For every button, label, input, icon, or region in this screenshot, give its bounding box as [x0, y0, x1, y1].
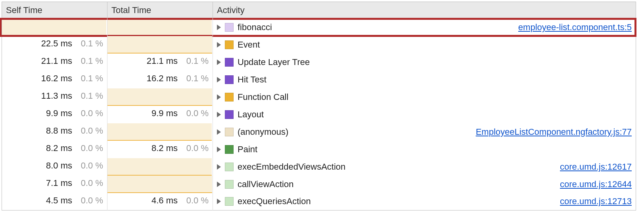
- activity-cell: Update Layer Tree: [213, 54, 636, 71]
- total-time-cell: 4.6 ms0.0 %: [107, 193, 213, 211]
- table-row[interactable]: 11.3 ms0.1 %20765.9 ms99.6 %Function Cal…: [2, 88, 636, 106]
- activity-cell: Function Call: [213, 88, 636, 106]
- activity-cell: execQueriesActioncore.umd.js:12713: [213, 193, 636, 211]
- disclosure-triangle-icon[interactable]: [217, 77, 221, 82]
- total-time-value: 20728.7 ms: [132, 161, 178, 171]
- category-swatch-icon: [225, 128, 234, 136]
- disclosure-triangle-icon[interactable]: [217, 42, 221, 48]
- source-link[interactable]: employee-list.component.ts:5: [518, 22, 632, 33]
- self-time-value: 8.8 ms: [46, 126, 72, 136]
- total-time-value: 20742.4 ms: [132, 178, 178, 188]
- disclosure-triangle-icon[interactable]: [217, 164, 221, 170]
- category-swatch-icon: [225, 40, 234, 49]
- activity-cell: fibonacciemployee-list.component.ts:5: [213, 19, 636, 36]
- total-time-percent: 99.6 %: [181, 91, 209, 101]
- total-time-percent: 99.3 %: [181, 126, 209, 136]
- disclosure-triangle-icon[interactable]: [217, 182, 221, 187]
- self-time-percent: 0.0 %: [75, 143, 103, 153]
- disclosure-triangle-icon[interactable]: [217, 94, 221, 100]
- total-time-cell: 20728.7 ms99.4 %: [107, 158, 213, 176]
- disclosure-triangle-icon[interactable]: [217, 129, 221, 135]
- total-time-percent: 99.5 %: [181, 178, 209, 188]
- col-total-time[interactable]: Total Time: [107, 2, 213, 19]
- total-time-percent: 0.1 %: [181, 73, 209, 84]
- source-link[interactable]: core.umd.js:12644: [560, 179, 632, 189]
- activity-label: execQueriesAction: [238, 196, 311, 207]
- col-activity[interactable]: Activity: [213, 2, 636, 19]
- self-time-cell: 8.2 ms0.0 %: [2, 141, 107, 158]
- total-time-value: 20765.9 ms: [132, 91, 178, 101]
- total-time-percent: 0.0 %: [181, 108, 209, 119]
- category-swatch-icon: [225, 180, 234, 189]
- table-row[interactable]: 9.9 ms0.0 %9.9 ms0.0 %Layout: [2, 106, 636, 123]
- total-time-value: 20797.2 ms: [132, 38, 178, 49]
- self-time-value: 8.0 ms: [46, 161, 72, 171]
- self-time-percent: 99.2 %: [75, 21, 103, 31]
- total-time-percent: 0.1 %: [181, 56, 209, 66]
- table-row[interactable]: 8.8 ms0.0 %20696.4 ms99.3 %(anonymous)Em…: [2, 123, 636, 141]
- table-row[interactable]: 22.5 ms0.1 %20797.2 ms99.8 %Event: [2, 36, 636, 54]
- self-time-cell: 20671.2 ms99.2 %: [2, 19, 107, 36]
- activity-label: Hit Test: [238, 75, 266, 85]
- source-link[interactable]: core.umd.js:12617: [560, 162, 632, 172]
- table-row[interactable]: 4.5 ms0.0 %4.6 ms0.0 %execQueriesActionc…: [2, 193, 636, 211]
- category-swatch-icon: [225, 110, 234, 119]
- category-swatch-icon: [225, 197, 234, 206]
- activity-cell: Event: [213, 36, 636, 54]
- source-link[interactable]: core.umd.js:12713: [560, 196, 632, 207]
- total-time-percent: 0.0 %: [181, 143, 209, 153]
- activity-cell: Hit Test: [213, 71, 636, 88]
- disclosure-triangle-icon[interactable]: [217, 25, 221, 30]
- category-swatch-icon: [225, 93, 234, 101]
- table-header-row: Self Time Total Time Activity: [2, 2, 636, 19]
- disclosure-triangle-icon[interactable]: [217, 147, 221, 152]
- total-time-cell: 9.9 ms0.0 %: [107, 106, 213, 123]
- col-self-time[interactable]: Self Time: [2, 2, 107, 19]
- total-time-cell: 21.1 ms0.1 %: [107, 54, 213, 71]
- self-time-percent: 0.1 %: [75, 73, 103, 84]
- activity-cell: (anonymous)EmployeeListComponent.ngfacto…: [213, 123, 636, 141]
- self-time-percent: 0.0 %: [75, 178, 103, 188]
- self-time-cell: 21.1 ms0.1 %: [2, 54, 107, 71]
- table-row[interactable]: 8.2 ms0.0 %8.2 ms0.0 %Paint: [2, 141, 636, 158]
- table-row[interactable]: 20671.2 ms99.2 %20671.2 ms99.2 %fibonacc…: [2, 19, 636, 36]
- self-time-value: 4.5 ms: [46, 195, 72, 206]
- self-time-cell: 11.3 ms0.1 %: [2, 88, 107, 106]
- table-row[interactable]: 8.0 ms0.0 %20728.7 ms99.4 %execEmbeddedV…: [2, 158, 636, 176]
- total-time-value: 21.1 ms: [147, 56, 178, 66]
- self-time-value: 21.1 ms: [41, 56, 72, 66]
- total-time-cell: 20797.2 ms99.8 %: [107, 36, 213, 54]
- self-time-value: 16.2 ms: [41, 73, 72, 84]
- disclosure-triangle-icon[interactable]: [217, 199, 221, 204]
- total-time-cell: 8.2 ms0.0 %: [107, 141, 213, 158]
- total-time-value: 20696.4 ms: [132, 126, 178, 136]
- self-time-cell: 8.8 ms0.0 %: [2, 123, 107, 141]
- table-row[interactable]: 16.2 ms0.1 %16.2 ms0.1 %Hit Test: [2, 71, 636, 88]
- source-link[interactable]: EmployeeListComponent.ngfactory.js:77: [476, 127, 632, 137]
- self-time-value: 11.3 ms: [41, 91, 72, 101]
- total-time-cell: 20765.9 ms99.6 %: [107, 88, 213, 106]
- total-time-cell: 20696.4 ms99.3 %: [107, 123, 213, 141]
- disclosure-triangle-icon[interactable]: [217, 59, 221, 65]
- total-time-percent: 0.0 %: [181, 195, 209, 206]
- table-row[interactable]: 21.1 ms0.1 %21.1 ms0.1 %Update Layer Tre…: [2, 54, 636, 71]
- activity-label: fibonacci: [238, 22, 272, 33]
- self-time-cell: 9.9 ms0.0 %: [2, 106, 107, 123]
- activity-cell: Paint: [213, 141, 636, 158]
- total-time-value: 8.2 ms: [151, 143, 178, 153]
- activity-label: execEmbeddedViewsAction: [238, 162, 345, 172]
- self-time-cell: 7.1 ms0.0 %: [2, 176, 107, 193]
- self-time-value: 20671.2 ms: [27, 21, 72, 31]
- self-time-cell: 4.5 ms0.0 %: [2, 193, 107, 211]
- activity-label: Update Layer Tree: [238, 57, 310, 67]
- self-time-value: 22.5 ms: [41, 38, 72, 49]
- total-time-percent: 99.8 %: [181, 38, 209, 49]
- category-swatch-icon: [225, 75, 234, 84]
- self-time-cell: 8.0 ms0.0 %: [2, 158, 107, 176]
- activity-cell: callViewActioncore.umd.js:12644: [213, 176, 636, 193]
- category-swatch-icon: [225, 23, 234, 32]
- self-time-percent: 0.0 %: [75, 161, 103, 171]
- table-row[interactable]: 7.1 ms0.0 %20742.4 ms99.5 %callViewActio…: [2, 176, 636, 193]
- disclosure-triangle-icon[interactable]: [217, 112, 221, 117]
- activity-label: (anonymous): [238, 127, 288, 137]
